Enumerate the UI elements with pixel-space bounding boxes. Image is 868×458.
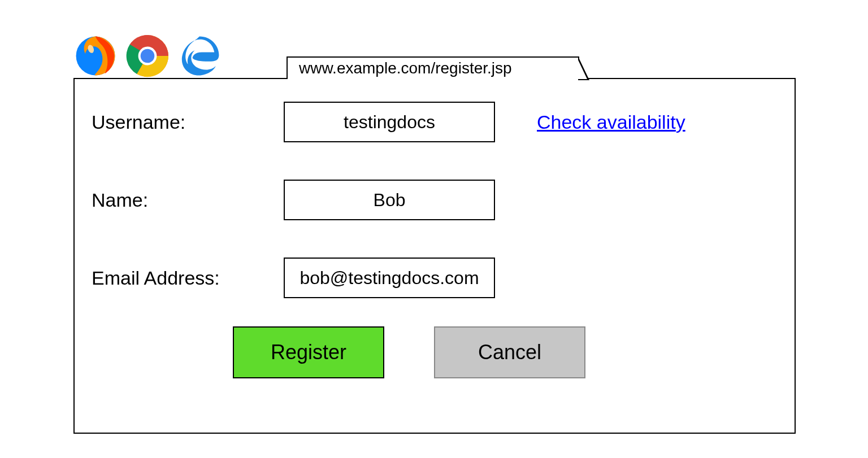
email-label: Email Address: — [92, 267, 284, 289]
username-row: Username: Check availability — [92, 102, 778, 142]
username-input[interactable] — [284, 102, 495, 142]
firefox-icon — [72, 33, 119, 79]
name-label: Name: — [92, 189, 284, 211]
tab-url: www.example.com/register.jsp — [299, 59, 512, 77]
browser-tab: www.example.com/register.jsp — [287, 56, 579, 79]
username-label: Username: — [92, 111, 284, 133]
edge-icon — [176, 33, 223, 79]
svg-point-4 — [141, 49, 155, 63]
email-row: Email Address: — [92, 258, 778, 298]
name-row: Name: — [92, 180, 778, 220]
email-input[interactable] — [284, 258, 495, 298]
check-availability-link[interactable]: Check availability — [537, 111, 685, 133]
register-button[interactable]: Register — [233, 326, 384, 378]
name-input[interactable] — [284, 180, 495, 220]
cancel-button[interactable]: Cancel — [434, 326, 585, 378]
browser-window: Username: Check availability Name: Email… — [73, 78, 796, 434]
chrome-icon — [124, 33, 171, 79]
